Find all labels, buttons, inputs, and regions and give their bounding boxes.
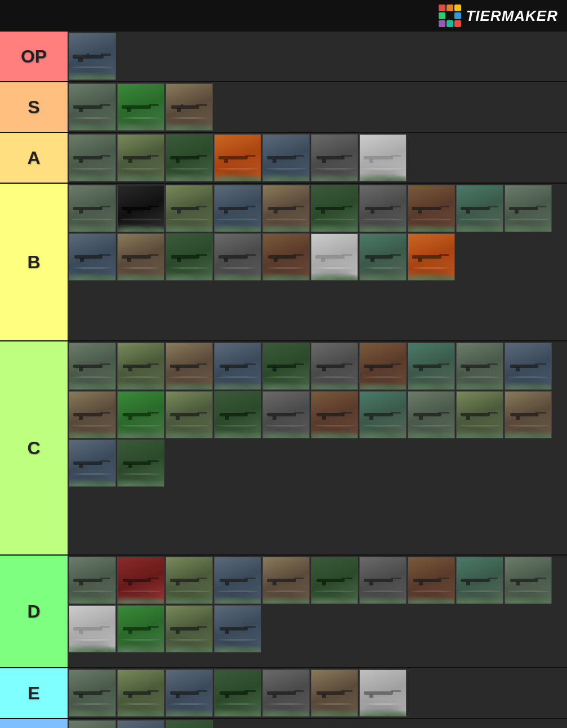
- item-card[interactable]: [117, 557, 164, 604]
- logo-cell: [439, 20, 445, 27]
- svg-rect-13: [177, 108, 181, 112]
- gun-icon: [461, 409, 499, 420]
- item-card[interactable]: [117, 185, 164, 232]
- item-card[interactable]: [359, 343, 407, 390]
- item-card[interactable]: [214, 185, 261, 232]
- item-card[interactable]: [505, 185, 552, 232]
- gun-icon: [509, 575, 547, 586]
- item-card[interactable]: [408, 185, 455, 232]
- item-card[interactable]: [262, 557, 310, 604]
- gun-icon: [122, 251, 160, 263]
- svg-rect-120: [73, 413, 102, 416]
- item-card[interactable]: [117, 343, 164, 390]
- svg-rect-23: [176, 159, 180, 163]
- item-card[interactable]: [408, 557, 455, 604]
- item-card[interactable]: [214, 605, 261, 652]
- item-card[interactable]: [69, 391, 116, 438]
- item-card[interactable]: [69, 720, 116, 728]
- item-card[interactable]: [456, 185, 503, 232]
- item-card[interactable]: [262, 343, 310, 390]
- item-card[interactable]: [69, 185, 116, 232]
- svg-rect-32: [322, 159, 326, 163]
- item-card[interactable]: [117, 669, 164, 717]
- item-card[interactable]: [456, 343, 503, 390]
- item-card[interactable]: [311, 557, 358, 604]
- item-card[interactable]: [117, 605, 164, 652]
- item-card[interactable]: [214, 343, 261, 390]
- item-card[interactable]: [69, 343, 116, 390]
- item-card[interactable]: [262, 669, 310, 717]
- item-card[interactable]: [359, 391, 407, 438]
- item-card[interactable]: [166, 605, 213, 652]
- item-card[interactable]: [166, 233, 213, 281]
- item-card[interactable]: [359, 557, 407, 604]
- item-card[interactable]: [166, 83, 213, 131]
- item-card[interactable]: [166, 557, 213, 604]
- item-card[interactable]: [117, 391, 164, 438]
- item-card[interactable]: [359, 669, 407, 717]
- item-card[interactable]: [311, 134, 358, 181]
- item-card[interactable]: [69, 557, 116, 604]
- item-card[interactable]: [214, 134, 261, 181]
- item-card[interactable]: [408, 391, 455, 438]
- svg-rect-61: [488, 206, 498, 207]
- item-card[interactable]: [214, 669, 261, 717]
- item-card[interactable]: [408, 343, 455, 390]
- item-card[interactable]: [166, 669, 213, 717]
- item-card[interactable]: [166, 134, 213, 181]
- item-card[interactable]: [166, 343, 213, 390]
- item-card[interactable]: [311, 343, 358, 390]
- item-card[interactable]: [69, 605, 116, 652]
- gun-icon: [509, 409, 547, 420]
- item-card[interactable]: [505, 391, 552, 438]
- item-card[interactable]: [69, 440, 116, 487]
- item-card[interactable]: [456, 557, 503, 604]
- item-card[interactable]: [408, 233, 455, 281]
- item-card[interactable]: [214, 557, 261, 604]
- item-card[interactable]: [166, 391, 213, 438]
- item-card[interactable]: [117, 233, 164, 281]
- item-card[interactable]: [117, 134, 164, 181]
- svg-rect-218: [369, 694, 373, 698]
- item-card[interactable]: [69, 134, 116, 181]
- svg-rect-31: [341, 155, 352, 157]
- svg-rect-58: [439, 206, 449, 207]
- item-card[interactable]: [262, 233, 310, 281]
- item-card[interactable]: [69, 83, 116, 131]
- item-card[interactable]: [359, 185, 407, 232]
- item-card[interactable]: [69, 233, 116, 281]
- item-card[interactable]: [311, 391, 358, 438]
- item-card[interactable]: [166, 720, 213, 728]
- gun-icon: [315, 575, 354, 586]
- gun-icon: [218, 623, 257, 634]
- svg-rect-195: [220, 627, 248, 631]
- item-card[interactable]: [214, 233, 261, 281]
- svg-rect-5: [73, 105, 102, 109]
- item-card[interactable]: [505, 557, 552, 604]
- item-card[interactable]: [214, 391, 261, 438]
- item-card[interactable]: [117, 720, 164, 728]
- svg-rect-158: [79, 581, 83, 585]
- item-card[interactable]: [456, 391, 503, 438]
- item-card[interactable]: [311, 185, 358, 232]
- gun-icon: [315, 361, 354, 372]
- item-card[interactable]: [262, 134, 310, 181]
- item-card[interactable]: [117, 440, 164, 487]
- item-card[interactable]: [117, 83, 164, 131]
- item-card[interactable]: [262, 185, 310, 232]
- item-card[interactable]: [166, 185, 213, 232]
- svg-rect-140: [369, 416, 373, 420]
- item-card[interactable]: [262, 391, 310, 438]
- item-card[interactable]: [311, 233, 358, 281]
- item-card[interactable]: [311, 669, 358, 717]
- svg-rect-117: [510, 365, 538, 368]
- svg-rect-187: [100, 626, 110, 628]
- svg-rect-216: [364, 691, 393, 695]
- item-card[interactable]: [505, 343, 552, 390]
- item-card[interactable]: [359, 233, 407, 281]
- item-card[interactable]: [69, 33, 116, 80]
- item-card[interactable]: [69, 669, 116, 717]
- svg-rect-110: [369, 367, 373, 371]
- item-card[interactable]: [359, 134, 407, 181]
- svg-rect-133: [294, 412, 304, 414]
